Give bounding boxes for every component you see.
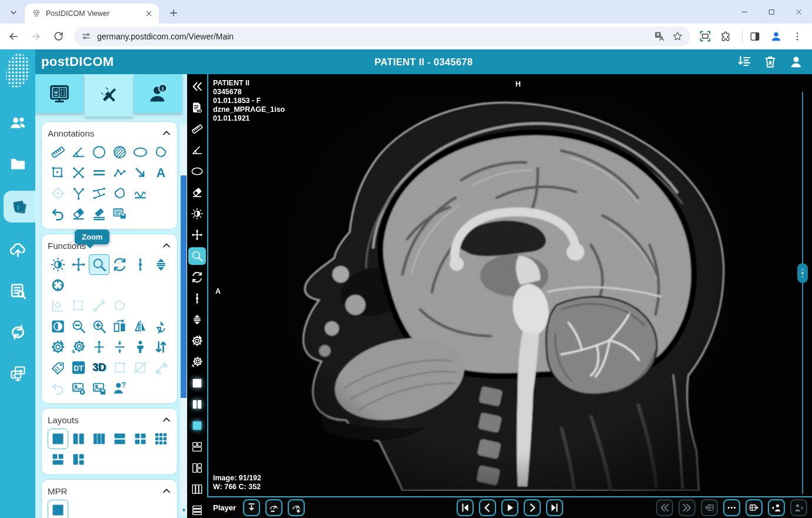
save-image-tool[interactable] xyxy=(89,378,109,399)
layout-1left-2right[interactable] xyxy=(188,459,206,477)
bookmark-star-icon[interactable] xyxy=(672,31,683,42)
rotate-tool[interactable] xyxy=(188,268,206,286)
patient-info-tab[interactable]: i xyxy=(134,74,182,113)
polyline-tool[interactable] xyxy=(109,162,130,183)
layout-1x1-tool[interactable] xyxy=(48,500,68,518)
collapse-panel[interactable] xyxy=(188,78,206,95)
layout-3row[interactable] xyxy=(188,502,206,518)
save-annotation-tool[interactable] xyxy=(109,204,130,224)
layout-1x3-tool[interactable] xyxy=(89,429,109,449)
layout-2top-1bottom-tool[interactable] xyxy=(48,449,68,470)
pan-tool[interactable] xyxy=(188,226,206,244)
scrollbar-thumb[interactable] xyxy=(181,175,187,398)
sidebar-item-image-viewer[interactable] xyxy=(4,191,35,223)
scrollbar-down-arrow[interactable]: ▼ xyxy=(181,507,187,513)
fit-width-tool[interactable] xyxy=(109,337,130,357)
sidebar-item-patients[interactable] xyxy=(0,108,35,137)
address-bar[interactable]: germany.postdicom.com/Viewer/Main xyxy=(74,26,690,47)
stack-scroll-tool[interactable] xyxy=(151,254,171,275)
open-angle-tool[interactable] xyxy=(68,183,89,204)
last-image-button[interactable] xyxy=(546,499,563,516)
layout-3x3-tool[interactable] xyxy=(151,429,171,449)
speed-down-button[interactable] xyxy=(265,499,282,516)
collapse-chevron-icon[interactable] xyxy=(162,415,171,424)
layout-1x1-tool[interactable] xyxy=(48,429,68,449)
new-tab-button[interactable] xyxy=(166,5,181,21)
sidebar-item-folders[interactable] xyxy=(0,150,35,178)
view-report[interactable] xyxy=(188,99,206,117)
stack-scroll-tool[interactable] xyxy=(188,311,206,328)
image-slider-thumb[interactable] xyxy=(797,263,808,283)
speed-up-button[interactable] xyxy=(288,499,305,516)
reload-button[interactable] xyxy=(49,28,67,45)
text-tool[interactable]: A xyxy=(151,162,171,183)
curve-line-tool[interactable] xyxy=(130,183,151,204)
url-text[interactable]: germany.postdicom.com/Viewer/Main xyxy=(97,32,647,41)
window-level-tool[interactable] xyxy=(48,254,68,275)
tab-close-icon[interactable] xyxy=(144,8,154,19)
zoom-out-tool[interactable] xyxy=(68,316,89,337)
flip-horizontal-tool[interactable] xyxy=(109,316,130,337)
reset-brightness-tool[interactable] xyxy=(188,353,206,371)
capture-icon[interactable] xyxy=(696,28,714,45)
cobb-angle-tool[interactable] xyxy=(89,183,109,204)
query-patient-tool[interactable]: ? xyxy=(109,378,130,399)
account-button[interactable] xyxy=(788,54,804,69)
layout-1x2-tool[interactable] xyxy=(68,429,89,449)
export-image-tool[interactable] xyxy=(68,378,89,399)
image-slider-track[interactable] xyxy=(802,92,803,494)
tag-tool[interactable] xyxy=(48,357,68,378)
flip-vertical-tool[interactable] xyxy=(130,316,151,337)
ellipse-tool[interactable] xyxy=(130,142,151,162)
back-button[interactable] xyxy=(5,28,22,45)
reference-point-tool[interactable] xyxy=(48,275,68,295)
extensions-icon[interactable] xyxy=(717,28,735,45)
profile-avatar[interactable] xyxy=(767,28,785,45)
maximize-icon[interactable] xyxy=(758,0,785,24)
ellipse-tool[interactable] xyxy=(188,162,206,180)
fit-height-tool[interactable] xyxy=(89,337,109,357)
closed-region-tool[interactable] xyxy=(109,183,130,204)
tab-search-button[interactable] xyxy=(6,5,21,20)
angle-tool[interactable] xyxy=(68,142,89,162)
invert-tool[interactable] xyxy=(48,316,68,337)
ruler-tool[interactable] xyxy=(188,120,206,138)
cine-download-button[interactable] xyxy=(243,499,260,516)
more-options-button[interactable] xyxy=(723,499,740,516)
sidebar-item-sync[interactable] xyxy=(0,318,35,346)
sidebar-item-remote-view[interactable] xyxy=(0,359,35,387)
site-settings-icon[interactable] xyxy=(81,31,91,41)
next-image-button[interactable] xyxy=(524,499,541,516)
angle-tool[interactable] xyxy=(188,141,206,159)
zoom-in-tool[interactable] xyxy=(89,316,109,337)
erase-tool[interactable] xyxy=(68,204,89,224)
first-image-button[interactable] xyxy=(457,499,474,516)
viewer-canvas[interactable]: PATIENT II034567801.01.1853 - Fdzne_MPRA… xyxy=(207,74,812,496)
layout-2top-1bottom[interactable] xyxy=(188,438,206,456)
erase-tool[interactable] xyxy=(188,184,206,201)
pan-tool[interactable] xyxy=(68,254,89,275)
layout-3col[interactable] xyxy=(188,480,206,498)
trash-button[interactable] xyxy=(763,54,778,69)
parallel-lines-tool[interactable] xyxy=(89,162,109,183)
arrow-tool[interactable] xyxy=(130,162,151,183)
cross-measure-tool[interactable] xyxy=(68,162,89,183)
translate-icon[interactable] xyxy=(654,31,665,42)
browser-tab[interactable]: PostDICOM Viewer xyxy=(25,4,159,24)
rotate-tool[interactable] xyxy=(109,254,130,275)
freehand-roi-tool[interactable] xyxy=(151,142,171,162)
panel-scrollbar[interactable]: ▼ xyxy=(180,124,187,514)
undo-tool[interactable] xyxy=(48,204,68,224)
layout-2x2-tool[interactable] xyxy=(130,429,151,449)
layout-single[interactable] xyxy=(188,374,206,392)
viewer-tab[interactable] xyxy=(35,74,84,113)
active-series-indicator[interactable] xyxy=(188,417,206,434)
window-level-tool[interactable] xyxy=(188,205,206,223)
tools-tab[interactable] xyxy=(85,74,133,117)
sort-images-tool[interactable] xyxy=(151,337,171,357)
erase-all-tool[interactable] xyxy=(89,204,109,224)
minimize-icon[interactable] xyxy=(731,0,758,24)
zoom-tool[interactable] xyxy=(188,247,206,265)
collapse-chevron-icon[interactable] xyxy=(162,128,171,138)
layout-2x1-tool[interactable] xyxy=(109,429,130,449)
